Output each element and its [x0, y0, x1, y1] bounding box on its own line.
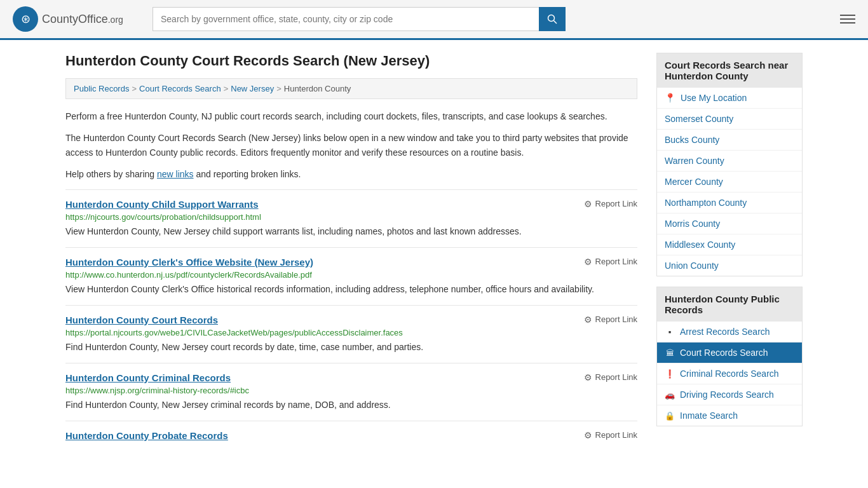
result-title-4[interactable]: Hunterdon County Probate Records: [65, 430, 228, 441]
menu-line-3: [840, 22, 855, 24]
result-item: Hunterdon County Probate Records ⚙ Repor…: [65, 421, 637, 452]
nearby-link-item[interactable]: Middlesex County: [657, 234, 802, 255]
nearby-link-3[interactable]: Mercer County: [665, 177, 723, 187]
new-links-link[interactable]: new links: [157, 169, 194, 179]
pr-icon-2: ❗: [665, 369, 675, 379]
content-area: Hunterdon County Court Records Search (N…: [65, 53, 637, 452]
report-link-0[interactable]: ⚙ Report Link: [584, 199, 637, 209]
desc3-post: and reporting broken links.: [194, 169, 301, 179]
menu-button[interactable]: [840, 15, 855, 24]
site-header: ⊛ CountyOffice.org: [0, 0, 868, 40]
menu-line-2: [840, 18, 855, 20]
breadcrumb-public-records[interactable]: Public Records: [74, 84, 129, 93]
pr-link-item[interactable]: 🏛Court Records Search: [657, 342, 802, 363]
result-item: Hunterdon County Child Support Warrants …: [65, 189, 637, 247]
report-label-0: Report Link: [595, 199, 637, 208]
location-icon: 📍: [665, 93, 675, 103]
result-url-2: https://portal.njcourts.gov/webe1/CIVILC…: [65, 328, 637, 337]
pr-link-item[interactable]: ❗Criminal Records Search: [657, 363, 802, 384]
description-1: Perform a free Hunterdon County, NJ publ…: [65, 109, 637, 123]
pr-icon-0: ▪: [665, 327, 675, 337]
breadcrumb-new-jersey[interactable]: New Jersey: [231, 84, 274, 93]
result-title-3[interactable]: Hunterdon County Criminal Records: [65, 372, 231, 383]
nearby-section: Court Records Search near Hunterdon Coun…: [656, 53, 803, 276]
report-icon-3: ⚙: [584, 372, 592, 383]
public-records-section: Hunterdon County Public Records ▪Arrest …: [656, 287, 803, 426]
nearby-link-0[interactable]: Somerset County: [665, 114, 733, 124]
nearby-link-item[interactable]: Somerset County: [657, 109, 802, 130]
result-item: Hunterdon County Clerk's Office Website …: [65, 247, 637, 305]
pr-link-item[interactable]: ▪Arrest Records Search: [657, 322, 802, 342]
result-desc-0: View Hunterdon County, New Jersey child …: [65, 225, 637, 238]
nearby-link-item[interactable]: Northampton County: [657, 193, 802, 214]
search-button[interactable]: [539, 7, 566, 31]
desc3-pre: Help others by sharing: [65, 169, 157, 179]
report-link-1[interactable]: ⚙ Report Link: [584, 257, 637, 267]
use-my-location-link[interactable]: Use My Location: [681, 93, 747, 103]
nearby-link-item[interactable]: Union County: [657, 255, 802, 276]
report-label-4: Report Link: [595, 430, 637, 440]
report-icon-2: ⚙: [584, 315, 592, 325]
description-3: Help others by sharing new links and rep…: [65, 167, 637, 181]
use-my-location-item[interactable]: 📍 Use My Location: [657, 88, 802, 109]
menu-line-1: [840, 15, 855, 16]
report-link-4[interactable]: ⚙ Report Link: [584, 430, 637, 440]
results-container: Hunterdon County Child Support Warrants …: [65, 189, 637, 452]
report-label-3: Report Link: [595, 372, 637, 382]
nearby-link-1[interactable]: Bucks County: [665, 135, 719, 145]
page-title: Hunterdon County Court Records Search (N…: [65, 53, 637, 69]
result-header-1: Hunterdon County Clerk's Office Website …: [65, 257, 637, 268]
nearby-link-6[interactable]: Middlesex County: [665, 240, 735, 250]
logo-suffix: .org: [108, 15, 123, 25]
result-url-1: http://www.co.hunterdon.nj.us/pdf/county…: [65, 270, 637, 280]
public-records-links: ▪Arrest Records Search🏛Court Records Sea…: [657, 322, 802, 426]
pr-link-3[interactable]: Driving Records Search: [680, 390, 774, 400]
report-icon-0: ⚙: [584, 199, 592, 209]
svg-point-0: [548, 15, 555, 22]
report-label-1: Report Link: [595, 257, 637, 266]
pr-link-item[interactable]: 🔒Inmate Search: [657, 405, 802, 426]
logo-icon: ⊛: [13, 6, 38, 32]
result-item: Hunterdon County Court Records ⚙ Report …: [65, 305, 637, 363]
result-desc-1: View Hunterdon County Clerk's Office his…: [65, 283, 637, 296]
logo-area: ⊛ CountyOffice.org: [13, 6, 140, 32]
result-header-3: Hunterdon County Criminal Records ⚙ Repo…: [65, 372, 637, 383]
search-container: [153, 7, 566, 31]
result-url-3: https://www.njsp.org/criminal-history-re…: [65, 386, 637, 395]
pr-icon-4: 🔒: [665, 411, 675, 421]
report-link-3[interactable]: ⚙ Report Link: [584, 372, 637, 383]
search-input[interactable]: [153, 7, 539, 31]
svg-line-1: [554, 21, 557, 24]
result-header-2: Hunterdon County Court Records ⚙ Report …: [65, 315, 637, 325]
public-records-title: Hunterdon County Public Records: [657, 287, 802, 322]
result-desc-3: Find Hunterdon County, New Jersey crimin…: [65, 398, 637, 412]
nearby-link-item[interactable]: Warren County: [657, 151, 802, 172]
pr-link-item[interactable]: 🚗Driving Records Search: [657, 384, 802, 405]
pr-link-0[interactable]: Arrest Records Search: [680, 327, 770, 337]
nearby-link-4[interactable]: Northampton County: [665, 198, 747, 208]
logo-name: CountyOffice: [42, 13, 108, 25]
report-icon-1: ⚙: [584, 257, 592, 267]
result-header-4: Hunterdon County Probate Records ⚙ Repor…: [65, 430, 637, 441]
breadcrumb-court-records[interactable]: Court Records Search: [139, 84, 221, 93]
nearby-link-item[interactable]: Mercer County: [657, 172, 802, 193]
report-link-2[interactable]: ⚙ Report Link: [584, 315, 637, 325]
result-title-1[interactable]: Hunterdon County Clerk's Office Website …: [65, 257, 313, 268]
pr-icon-1: 🏛: [665, 348, 675, 358]
pr-label-1: Court Records Search: [680, 348, 768, 358]
nearby-link-item[interactable]: Morris County: [657, 214, 802, 234]
breadcrumb: Public Records > Court Records Search > …: [65, 78, 637, 99]
nearby-link-5[interactable]: Morris County: [665, 219, 720, 229]
result-title-2[interactable]: Hunterdon County Court Records: [65, 315, 218, 325]
pr-icon-3: 🚗: [665, 390, 675, 400]
nearby-link-7[interactable]: Union County: [665, 261, 719, 271]
logo-text: CountyOffice.org: [42, 13, 123, 26]
breadcrumb-sep-3: >: [276, 84, 281, 93]
result-item: Hunterdon County Criminal Records ⚙ Repo…: [65, 363, 637, 421]
breadcrumb-current: Hunterdon County: [284, 84, 351, 93]
nearby-link-2[interactable]: Warren County: [665, 156, 724, 166]
pr-link-2[interactable]: Criminal Records Search: [680, 369, 779, 379]
pr-link-4[interactable]: Inmate Search: [680, 410, 738, 421]
nearby-link-item[interactable]: Bucks County: [657, 130, 802, 151]
result-title-0[interactable]: Hunterdon County Child Support Warrants: [65, 199, 259, 210]
